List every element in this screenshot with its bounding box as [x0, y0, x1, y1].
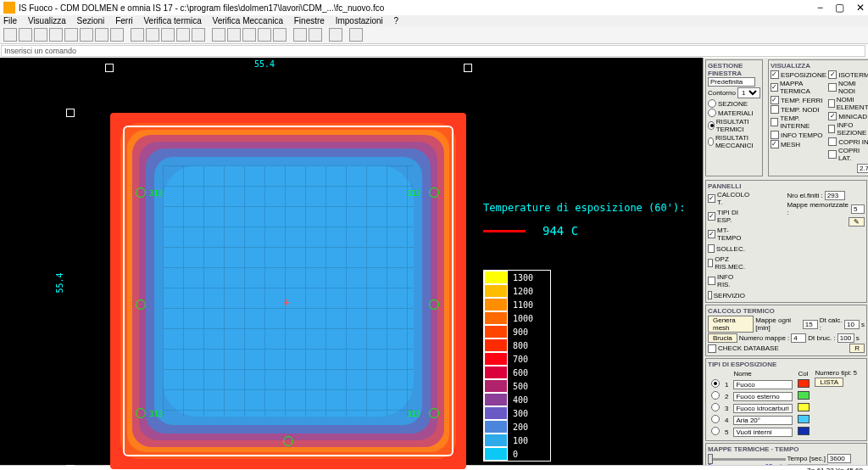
- tool-19[interactable]: [293, 28, 307, 42]
- legend-swatch: [484, 339, 508, 352]
- handle-icon[interactable]: [105, 64, 114, 72]
- tool-22[interactable]: [349, 28, 363, 42]
- num-mappe-input[interactable]: [791, 333, 806, 343]
- vis-checkbox[interactable]: [828, 112, 837, 120]
- menu-ferri[interactable]: Ferri: [115, 16, 133, 25]
- tipo-radio[interactable]: [711, 403, 720, 411]
- tool-2[interactable]: [19, 28, 32, 42]
- dtbruc-input[interactable]: [837, 333, 854, 343]
- vis-checkbox[interactable]: [828, 70, 837, 79]
- tipo-radio[interactable]: [711, 427, 720, 435]
- vis-checkbox[interactable]: [828, 83, 837, 92]
- tool-1[interactable]: [3, 28, 17, 42]
- tipo-color[interactable]: [798, 427, 810, 435]
- pan-checkbox[interactable]: [708, 230, 715, 238]
- interrompi-button[interactable]: Interrompi: [787, 464, 828, 465]
- handle-icon[interactable]: [66, 465, 75, 470]
- vis-checkbox[interactable]: [771, 96, 779, 104]
- viewport[interactable]: 55.4 55.4 313 313 313 313 + Temperature …: [0, 58, 703, 465]
- tool-6[interactable]: [80, 28, 93, 42]
- tool-4[interactable]: [49, 28, 63, 42]
- tipo-nome-input[interactable]: [733, 392, 793, 401]
- close-button[interactable]: ✕: [856, 2, 865, 14]
- command-input[interactable]: [1, 45, 865, 57]
- mappe-mem-input[interactable]: [851, 204, 865, 214]
- menu-verifica-meccanica[interactable]: Verifica Meccanica: [213, 16, 283, 25]
- menu-file[interactable]: File: [3, 16, 17, 25]
- tempo-input[interactable]: [827, 454, 851, 463]
- tool-8[interactable]: [110, 28, 124, 42]
- pan-checkbox[interactable]: [708, 244, 715, 253]
- minimize-button[interactable]: −: [817, 2, 823, 14]
- vis-checkbox[interactable]: [828, 125, 835, 133]
- nro-el-input[interactable]: [825, 191, 845, 200]
- menu-help[interactable]: ?: [394, 16, 399, 25]
- menu-finestre[interactable]: Finestre: [294, 16, 325, 25]
- menu-sezioni[interactable]: Sezioni: [77, 16, 105, 25]
- handle-icon[interactable]: [464, 64, 472, 72]
- tipo-color[interactable]: [798, 403, 810, 411]
- tool-7[interactable]: [95, 28, 108, 42]
- tipo-color[interactable]: [798, 415, 810, 423]
- eraser-button[interactable]: ✎: [849, 217, 865, 227]
- vis-checkbox[interactable]: [771, 83, 778, 92]
- tipo-nome-input[interactable]: [733, 404, 793, 413]
- tool-12[interactable]: [176, 28, 190, 42]
- lista-button[interactable]: LISTA: [815, 378, 843, 387]
- tool-17[interactable]: [258, 28, 271, 42]
- tipo-nome-input[interactable]: [733, 428, 793, 437]
- vis-checkbox[interactable]: [771, 105, 779, 114]
- numero-tipi-label: Numero tipi:: [815, 369, 851, 377]
- contorno-select[interactable]: 1: [737, 87, 760, 98]
- tool-14[interactable]: [212, 28, 225, 42]
- menu-impostazioni[interactable]: Impostazioni: [336, 16, 383, 25]
- tipo-radio[interactable]: [711, 391, 720, 400]
- dtcalc-input[interactable]: [844, 320, 860, 329]
- time-slider[interactable]: [708, 458, 786, 461]
- vis-checkbox[interactable]: [771, 70, 779, 79]
- copri-input[interactable]: [857, 164, 868, 173]
- menu-visualizza[interactable]: Visualizza: [28, 16, 66, 25]
- tool-15[interactable]: [227, 28, 241, 42]
- pan-checkbox[interactable]: [708, 212, 715, 221]
- predefinita-input[interactable]: [708, 77, 755, 87]
- vis-checkbox[interactable]: [771, 118, 778, 126]
- tool-18[interactable]: [273, 28, 287, 42]
- handle-icon[interactable]: [66, 109, 75, 117]
- vis-checkbox[interactable]: [828, 99, 835, 108]
- r-button[interactable]: R: [849, 344, 865, 353]
- vis-checkbox[interactable]: [771, 131, 779, 139]
- vis-checkbox[interactable]: [828, 137, 837, 146]
- tool-16[interactable]: [242, 28, 256, 42]
- vis-checkbox[interactable]: [771, 140, 779, 148]
- pan-checkbox[interactable]: [708, 259, 713, 267]
- tool-11[interactable]: [161, 28, 175, 42]
- tipo-nome-input[interactable]: [733, 416, 793, 425]
- tool-9[interactable]: [131, 28, 144, 42]
- gf-radio[interactable]: [708, 109, 716, 117]
- tool-21[interactable]: [329, 28, 342, 42]
- pan-checkbox[interactable]: [708, 277, 715, 285]
- menu-verifica-termica[interactable]: Verifica termica: [143, 16, 201, 25]
- check-database-checkbox[interactable]: [708, 344, 716, 353]
- tool-10[interactable]: [146, 28, 159, 42]
- brucia-button[interactable]: Brucia: [708, 333, 737, 343]
- gf-radio[interactable]: [708, 121, 715, 130]
- tool-5[interactable]: [64, 28, 78, 42]
- tipo-color[interactable]: [798, 391, 810, 400]
- mappe-ogni-input[interactable]: [803, 320, 818, 329]
- tipo-color[interactable]: [798, 379, 810, 388]
- pan-checkbox[interactable]: [708, 194, 715, 203]
- gf-radio[interactable]: [708, 99, 716, 108]
- tipo-radio[interactable]: [711, 379, 720, 388]
- tipo-radio[interactable]: [711, 415, 720, 423]
- tool-3[interactable]: [34, 28, 47, 42]
- maximize-button[interactable]: ▢: [835, 2, 844, 14]
- vis-checkbox[interactable]: [828, 150, 837, 159]
- gf-radio[interactable]: [708, 137, 714, 146]
- tool-20[interactable]: [309, 28, 322, 42]
- tipo-nome-input[interactable]: [733, 380, 793, 389]
- pan-checkbox[interactable]: [708, 291, 712, 299]
- tool-13[interactable]: [192, 28, 205, 42]
- genera-mesh-button[interactable]: Genera mesh: [708, 316, 754, 333]
